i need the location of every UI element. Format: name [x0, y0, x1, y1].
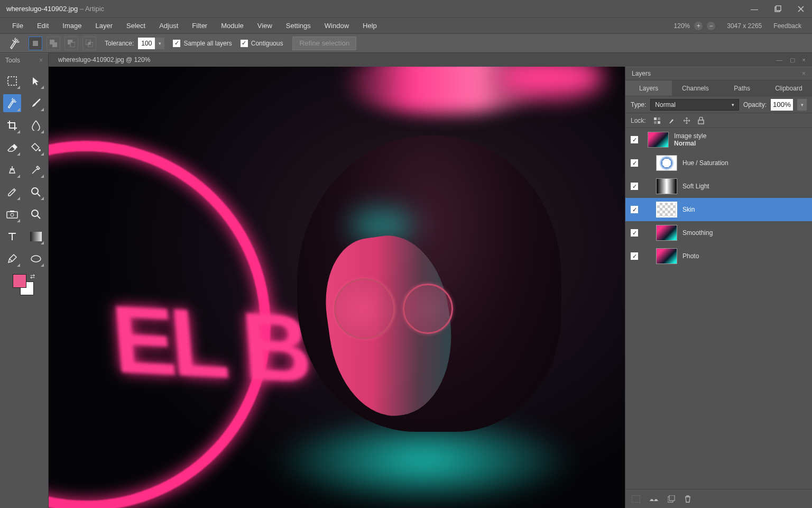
menu-view[interactable]: View — [251, 19, 279, 33]
menu-module[interactable]: Module — [214, 19, 251, 33]
tab-clipboard[interactable]: Clipboard — [765, 80, 812, 96]
text-tool[interactable] — [3, 228, 21, 246]
ellipse-shape-tool[interactable] — [27, 250, 45, 268]
selection-mode-subtract[interactable] — [64, 37, 78, 50]
contiguous-checkbox[interactable]: ✓ Contiguous — [241, 40, 283, 47]
document-tab[interactable]: whereslugo-410902.jpg @ 120% — [49, 53, 160, 67]
menu-window[interactable]: Window — [318, 19, 356, 33]
layer-duplicate-icon[interactable] — [668, 495, 675, 503]
layer-mask-icon[interactable] — [632, 495, 640, 503]
opacity-input[interactable] — [771, 99, 793, 111]
layer-effects-icon[interactable] — [650, 496, 658, 502]
foreground-color[interactable] — [13, 274, 26, 288]
clone-stamp-tool[interactable] — [3, 161, 21, 179]
layer-smoothing[interactable]: ✓Smoothing — [625, 221, 812, 244]
swap-colors-icon[interactable]: ⇄ — [30, 273, 35, 280]
layer-hue-saturation[interactable]: ✓Hue / Saturation — [625, 151, 812, 175]
menu-settings[interactable]: Settings — [279, 19, 318, 33]
color-swatches[interactable]: ⇄ — [13, 274, 34, 295]
eraser-tool[interactable] — [3, 139, 21, 157]
doc-close-icon[interactable]: × — [800, 56, 808, 64]
tab-paths[interactable]: Paths — [719, 80, 765, 96]
layers-panel-close-icon[interactable]: × — [802, 70, 806, 77]
layer-visibility-toggle[interactable]: ✓ — [631, 159, 638, 167]
tab-channels[interactable]: Channels — [672, 80, 718, 96]
bucket-fill-tool[interactable] — [27, 139, 45, 157]
layer-visibility-toggle[interactable]: ✓ — [631, 229, 638, 237]
maximize-button[interactable] — [773, 4, 782, 14]
canvas-image: EL B — [49, 67, 625, 508]
tolerance-input[interactable] — [138, 38, 155, 49]
magic-wand-tool[interactable] — [3, 94, 21, 112]
checkbox-icon: ✓ — [241, 40, 248, 47]
svg-point-15 — [32, 210, 38, 216]
move-tool[interactable] — [27, 72, 45, 90]
menu-file[interactable]: File — [5, 19, 30, 33]
zoom-out-button[interactable]: − — [707, 22, 715, 30]
menu-image[interactable]: Image — [56, 19, 88, 33]
selection-mode-intersect[interactable] — [82, 37, 96, 50]
layer-visibility-toggle[interactable]: ✓ — [631, 206, 638, 213]
magnify-tool[interactable] — [27, 205, 45, 223]
lock-label: Lock: — [631, 117, 646, 124]
lock-brush-icon[interactable] — [668, 117, 676, 124]
blend-type-select[interactable]: Normal ▾ — [650, 99, 739, 111]
refine-selection-button[interactable]: Refine selection — [292, 37, 356, 50]
lock-position-icon[interactable] — [683, 117, 690, 124]
zoom-in-button[interactable]: + — [694, 22, 703, 30]
minimize-button[interactable]: — — [750, 4, 759, 14]
canvas-viewport[interactable]: EL B — [49, 67, 625, 508]
tolerance-dropdown[interactable]: ▾ — [155, 38, 164, 49]
svg-rect-16 — [30, 232, 42, 241]
eyedropper-tool[interactable] — [3, 183, 21, 201]
selection-mode-new[interactable] — [29, 37, 42, 50]
layer-visibility-toggle[interactable]: ✓ — [631, 183, 638, 190]
layer-photo[interactable]: ✓Photo — [625, 244, 812, 268]
feedback-link[interactable]: Feedback — [773, 22, 801, 30]
pen-tool[interactable] — [3, 250, 21, 268]
menu-adjust[interactable]: Adjust — [152, 19, 185, 33]
sample-all-layers-checkbox[interactable]: ✓ Sample all layers — [173, 40, 232, 47]
selection-mode-add[interactable] — [47, 37, 60, 50]
zoom-tool[interactable] — [27, 183, 45, 201]
tab-layers[interactable]: Layers — [625, 80, 672, 96]
chevron-down-icon: ▾ — [732, 102, 734, 107]
menubar: FileEditImageLayerSelectAdjustFilterModu… — [0, 18, 812, 34]
menu-edit[interactable]: Edit — [30, 19, 56, 33]
layer-delete-icon[interactable] — [685, 495, 691, 503]
svg-rect-25 — [669, 495, 675, 501]
zoom-level: 120% — [674, 22, 690, 30]
layer-image-style[interactable]: ✓Image styleNormal — [625, 128, 812, 151]
layer-visibility-toggle[interactable]: ✓ — [631, 136, 638, 143]
brush-tool[interactable] — [27, 94, 45, 112]
lock-pixels-icon[interactable] — [653, 117, 661, 124]
close-button[interactable] — [796, 4, 806, 14]
titlebar: whereslugo-410902.jpg – Artipic — — [0, 0, 812, 18]
tools-close-icon[interactable]: × — [39, 57, 43, 64]
layer-subtitle: Normal — [674, 140, 706, 147]
opacity-dropdown[interactable]: ▾ — [797, 99, 807, 111]
layer-thumbnail — [656, 225, 677, 241]
doc-maximize-icon[interactable]: ▢ — [788, 56, 797, 65]
blur-tool[interactable] — [27, 116, 45, 134]
layer-soft-light[interactable]: ✓Soft Light — [625, 175, 812, 198]
menu-layer[interactable]: Layer — [89, 19, 120, 33]
menu-filter[interactable]: Filter — [185, 19, 214, 33]
layer-visibility-toggle[interactable]: ✓ — [631, 252, 638, 260]
svg-rect-5 — [70, 42, 75, 47]
doc-minimize-icon[interactable]: — — [774, 56, 785, 64]
menu-select[interactable]: Select — [119, 19, 152, 33]
svg-rect-21 — [658, 121, 660, 124]
active-tool-icon — [5, 34, 24, 53]
crop-tool[interactable] — [3, 116, 21, 134]
lock-all-icon[interactable] — [698, 117, 704, 124]
layer-thumbnail — [648, 132, 669, 148]
gradient-tool[interactable] — [27, 228, 45, 246]
rect-select-tool[interactable] — [3, 72, 21, 90]
svg-rect-1 — [776, 6, 781, 11]
layer-skin[interactable]: ✓Skin — [625, 198, 812, 221]
checkbox-icon: ✓ — [173, 40, 180, 47]
eyedropper-alt-tool[interactable] — [27, 161, 45, 179]
menu-help[interactable]: Help — [356, 19, 384, 33]
screenshot-tool[interactable] — [3, 205, 21, 223]
